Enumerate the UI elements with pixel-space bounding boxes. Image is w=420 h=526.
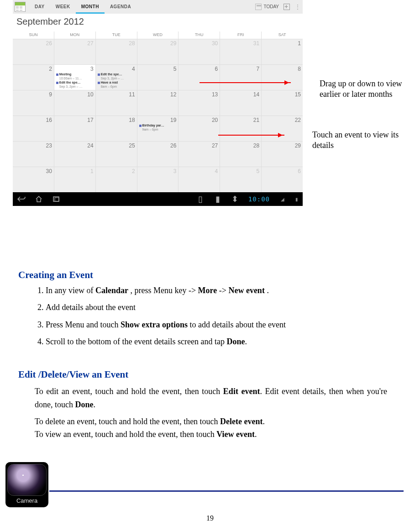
back-icon[interactable]	[17, 196, 26, 202]
day-number: 23	[15, 142, 52, 149]
tab-day[interactable]: DAY	[29, 0, 50, 14]
day-cell[interactable]: 20	[178, 116, 220, 141]
day-cell[interactable]: 26	[13, 39, 54, 64]
document-page: DAYWEEKMONTHAGENDA TODAY ⋮ September 201…	[0, 0, 420, 526]
day-cell[interactable]: 8	[262, 65, 303, 90]
notification-icon[interactable]: ⬍	[231, 196, 239, 202]
day-cell[interactable]: 29	[262, 142, 303, 167]
month-label: September 2012	[13, 14, 303, 32]
view-tabs: DAYWEEKMONTHAGENDA	[29, 0, 136, 14]
day-cell[interactable]: 1	[54, 167, 96, 192]
day-number: 26	[139, 142, 177, 149]
day-cell[interactable]: 3Meeting10:00am – 11…Edit the spe…Sep 3,…	[54, 65, 96, 90]
day-number: 9	[15, 91, 52, 98]
notification-icon[interactable]: ▯	[196, 196, 205, 202]
day-cell[interactable]: 17	[54, 116, 96, 141]
week-row: 30123456	[13, 167, 303, 192]
calendar-app-icon[interactable]	[15, 2, 26, 12]
event-chip[interactable]: Have a rest8am – 6pm	[98, 80, 135, 89]
month-grid[interactable]: SUNMONTUEWEDTHUFRISAT 262728293031123Mee…	[13, 32, 303, 192]
day-number: 1	[263, 40, 301, 47]
day-number: 7	[222, 66, 259, 72]
dow-label: SAT	[262, 32, 303, 39]
calendar-screenshot: DAYWEEKMONTHAGENDA TODAY ⋮ September 201…	[13, 0, 303, 206]
paragraph: To view an event, touch and hold the eve…	[35, 429, 387, 440]
day-number: 27	[56, 40, 94, 47]
day-cell[interactable]: 5	[220, 167, 262, 192]
tab-week[interactable]: WEEK	[50, 0, 76, 14]
day-cell[interactable]: 19Birthday par…9am – 6pm	[137, 116, 179, 141]
day-number: 17	[56, 117, 94, 123]
event-color-dot	[98, 74, 100, 76]
annotation-text: Touch an event to view its details	[312, 130, 408, 150]
day-cell[interactable]: 2	[13, 65, 54, 90]
week-row: 23Meeting10:00am – 11…Edit the spe…Sep 3…	[13, 64, 303, 90]
day-cell[interactable]: 4Edit the spe…Sep 3, 2pm – …Have a rest8…	[96, 65, 137, 90]
day-cell[interactable]: 30	[13, 167, 54, 192]
day-cell[interactable]: 13	[178, 90, 220, 116]
tab-agenda[interactable]: AGENDA	[105, 0, 136, 14]
day-cell[interactable]: 16	[13, 116, 54, 141]
day-cell[interactable]: 6	[178, 65, 220, 90]
day-cell[interactable]: 1	[262, 39, 303, 64]
steps-list: In any view of Calendar , press Menu key…	[18, 285, 404, 347]
day-cell[interactable]: 11	[96, 90, 137, 116]
day-number: 5	[222, 168, 259, 174]
day-cell[interactable]: 7	[220, 65, 262, 90]
day-cell[interactable]: 10	[54, 90, 96, 116]
day-cell[interactable]: 31	[220, 39, 262, 64]
day-number: 27	[180, 142, 218, 149]
day-cell[interactable]: 3	[137, 167, 179, 192]
day-cell[interactable]: 5	[137, 65, 179, 90]
today-button[interactable]: TODAY	[255, 4, 279, 10]
day-number: 3	[139, 168, 177, 174]
day-cell[interactable]: 26	[137, 142, 179, 167]
page-number: 19	[0, 514, 420, 522]
event-chip[interactable]: Edit the spe…Sep 3, 2pm – …	[56, 80, 94, 89]
day-cell[interactable]: 6	[262, 167, 303, 192]
day-cell[interactable]: 30	[178, 39, 220, 64]
day-cell[interactable]: 29	[137, 39, 179, 64]
day-number: 22	[263, 117, 301, 123]
day-cell[interactable]: 25	[96, 142, 137, 167]
day-number: 4	[98, 66, 135, 72]
day-cell[interactable]: 12	[137, 90, 179, 116]
day-cell[interactable]: 15	[262, 90, 303, 116]
day-cell[interactable]: 14	[220, 90, 262, 116]
day-cell[interactable]: 27	[54, 39, 96, 64]
week-row: 2627282930311	[13, 39, 303, 64]
event-color-dot	[98, 82, 100, 84]
section-edit-event: Edit /Delete/View an Event To edit an ev…	[18, 369, 404, 442]
day-number: 26	[15, 40, 52, 47]
day-number: 30	[180, 40, 218, 47]
day-cell[interactable]: 24	[54, 142, 96, 167]
notification-icon[interactable]: ▮	[214, 196, 222, 202]
day-cell[interactable]: 2	[96, 167, 137, 192]
camera-lens-icon	[7, 464, 47, 496]
day-cell[interactable]: 18	[96, 116, 137, 141]
section-creating-event: Creating an Event In any view of Calenda…	[18, 269, 404, 354]
home-icon[interactable]	[35, 196, 43, 202]
day-number: 6	[180, 66, 218, 72]
event-color-dot	[56, 74, 58, 76]
overflow-menu-icon[interactable]: ⋮	[294, 5, 301, 9]
day-cell[interactable]: 28	[96, 39, 137, 64]
day-cell[interactable]: 4	[178, 167, 220, 192]
dow-label: SUN	[13, 32, 54, 39]
event-chip[interactable]: Birthday par…9am – 6pm	[139, 123, 177, 132]
day-cell[interactable]: 9	[13, 90, 54, 116]
dow-label: TUE	[96, 32, 137, 39]
recent-apps-icon[interactable]	[52, 196, 60, 202]
event-chip[interactable]: Meeting10:00am – 11…	[56, 72, 94, 80]
day-cell[interactable]: 28	[220, 142, 262, 167]
week-row: 16171819Birthday par…9am – 6pm202122	[13, 116, 303, 141]
day-number: 11	[98, 91, 135, 98]
day-cell[interactable]: 23	[13, 142, 54, 167]
day-cell[interactable]: 27	[178, 142, 220, 167]
tab-month[interactable]: MONTH	[76, 0, 105, 14]
day-cell[interactable]: 21	[220, 116, 262, 141]
event-chip[interactable]: Edit the spe…Sep 3, 2pm – …	[98, 72, 135, 80]
annotation-text: Drag up or down to view earlier or later…	[320, 79, 420, 99]
step-item: Add details about the event	[46, 302, 404, 313]
new-event-icon[interactable]	[284, 4, 290, 10]
